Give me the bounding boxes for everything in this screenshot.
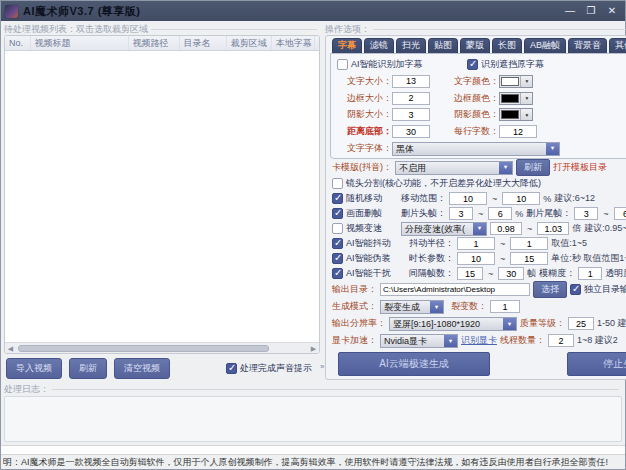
detect-gpu-link[interactable]: 识别显卡 [461,334,497,347]
import-videos-button[interactable]: 导入视频 [6,358,62,379]
speed-mode-dropdown[interactable]: 分段变速(效率( [401,222,487,236]
border-color-dropdown[interactable] [499,92,533,105]
move-range-max-input[interactable] [502,192,540,205]
chevron-down-icon[interactable] [546,143,559,155]
chars-per-line-input[interactable] [499,125,537,138]
duration-min-input[interactable] [457,252,495,265]
minimize-button[interactable]: — [561,4,579,18]
tab-filter[interactable]: 滤镜 [364,38,394,53]
quality-input[interactable] [568,317,594,330]
bottom-distance-input[interactable] [392,125,430,138]
tab-subtitle[interactable]: 字幕 [332,38,362,53]
bottom-distance-label: 距离底部： [347,125,392,138]
interval-max-input[interactable] [498,267,524,280]
speed-unit: 倍 [572,222,581,235]
tab-mask[interactable]: 蒙版 [460,38,490,53]
video-table-body[interactable] [5,51,319,342]
ai-shake-checkbox[interactable] [332,238,343,249]
chevron-down-icon[interactable] [473,223,486,235]
speed-min-input[interactable] [490,222,522,235]
font-dropdown[interactable]: 黑体 [392,142,560,156]
sound-hint-checkbox[interactable] [226,363,237,374]
chevron-down-icon[interactable] [430,301,443,313]
close-button[interactable]: ✕ [603,4,621,18]
independent-output-option[interactable]: 独立目录输出 [570,283,626,296]
head-frames-min-input[interactable] [449,207,473,220]
shadow-size-input[interactable] [392,108,430,121]
scrollbar-thumb[interactable] [18,345,269,352]
duration-max-input[interactable] [510,252,548,265]
col-crop-region[interactable]: 裁剪区域 [227,36,272,50]
border-size-input[interactable] [392,92,430,105]
interval-min-input[interactable] [457,267,483,280]
col-title[interactable]: 视频标题 [31,36,129,50]
tail-frames-min-input[interactable] [574,207,598,220]
lens-split-checkbox[interactable] [332,178,343,189]
clear-videos-button[interactable]: 清空视频 [114,358,170,379]
refresh-button[interactable]: 刷新 [69,358,107,379]
threads-input[interactable] [548,334,574,347]
col-local-subtitle[interactable]: 本地字幕 [272,36,315,50]
shake-radius-min-input[interactable] [457,237,495,250]
chevron-down-icon[interactable] [499,162,512,174]
chevron-down-icon[interactable] [444,335,457,347]
chevron-down-icon[interactable] [520,76,532,87]
chevron-down-icon[interactable] [503,318,516,330]
head-frames-max-input[interactable] [488,207,512,220]
cloud-generate-button[interactable]: AI云端极速生成 [338,352,490,376]
open-template-dir-link[interactable]: 打开模板目录 [553,161,607,174]
gpu-value: Nvidia显卡 [381,335,444,347]
frame-delete-checkbox[interactable] [332,208,343,219]
col-status[interactable]: 状态 [315,36,319,50]
stop-generate-button[interactable]: 停止生成 [567,352,626,376]
maximize-button[interactable]: ❐ [582,4,600,18]
resolution-dropdown[interactable]: 竖屏[9:16]-1080*1920 [389,317,517,331]
horizontal-scrollbar[interactable]: ◀ ▶ [5,342,319,353]
sound-hint-option[interactable]: 处理完成声音提示 [226,362,312,375]
splitter-collapse-icon[interactable] [320,360,328,374]
scroll-right-icon[interactable]: ▶ [308,343,319,354]
range-separator: ~ [476,209,485,219]
gen-mode-value: 裂变生成 [381,301,430,313]
col-path[interactable]: 视频路径 [129,36,180,50]
col-dirname[interactable]: 目录名 [180,36,227,50]
tab-other[interactable]: 其他 [609,38,626,53]
gen-mode-dropdown[interactable]: 裂变生成 [380,300,444,314]
scrollbar-track[interactable] [16,344,308,353]
move-range-min-input[interactable] [449,192,487,205]
chevron-down-icon[interactable] [520,109,532,120]
template-refresh-button[interactable]: 刷新 [516,159,550,176]
cover-original-option[interactable]: 识别遮挡原字幕 [467,58,544,71]
output-dir-input[interactable] [380,283,530,296]
ai-interfere-checkbox[interactable] [332,268,343,279]
shake-radius-max-input[interactable] [510,237,548,250]
chevron-down-icon[interactable] [520,93,532,104]
tab-sweep-light[interactable]: 扫光 [396,38,426,53]
ai-add-subtitle-checkbox[interactable] [337,59,348,70]
ai-disguise-checkbox[interactable] [332,253,343,264]
choose-dir-button[interactable]: 选择 [533,281,567,298]
progress-strip [1,445,625,455]
text-color-dropdown[interactable] [499,75,533,88]
ai-add-subtitle-option[interactable]: AI智能识别加字幕 [337,58,467,71]
tab-sticker[interactable]: 贴图 [428,38,458,53]
gpu-dropdown[interactable]: Nvidia显卡 [380,334,458,348]
scroll-left-icon[interactable]: ◀ [5,343,16,354]
fission-count-input[interactable] [490,300,520,313]
speed-max-input[interactable] [537,222,569,235]
cover-original-checkbox[interactable] [467,59,478,70]
tab-long-image[interactable]: 长图 [492,38,522,53]
random-move-checkbox[interactable] [332,193,343,204]
speed-change-checkbox[interactable] [332,223,343,234]
card-template-dropdown[interactable]: 不启用 [395,161,513,175]
blur-input[interactable] [578,267,602,280]
tab-ab-frame[interactable]: AB融帧 [524,38,566,53]
tail-frames-max-input[interactable] [614,207,626,220]
text-size-input[interactable] [392,75,430,88]
independent-output-checkbox[interactable] [570,284,581,295]
group-rule [52,389,619,390]
col-no[interactable]: No. [5,36,31,50]
shadow-color-dropdown[interactable] [499,108,533,121]
log-output-area[interactable] [4,396,622,442]
tab-bgm[interactable]: 背景音 [568,38,607,53]
